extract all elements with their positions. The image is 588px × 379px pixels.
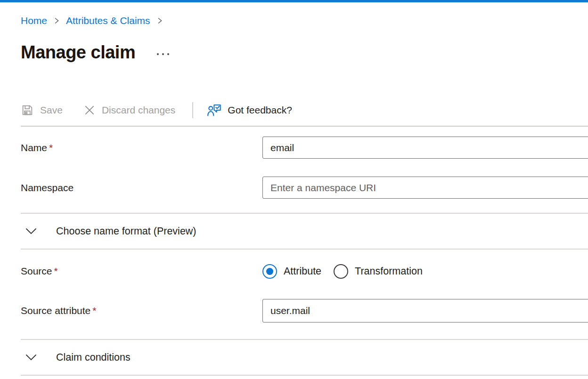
radio-selected-icon xyxy=(262,264,277,279)
got-feedback-label: Got feedback? xyxy=(228,105,292,116)
source-transformation-radio[interactable]: Transformation xyxy=(334,264,423,279)
ellipsis-dot xyxy=(157,53,159,55)
source-label-text: Source xyxy=(21,266,52,276)
section-choose-name-format[interactable]: Choose name format (Preview) xyxy=(21,214,588,249)
source-attribute-radio[interactable]: Attribute xyxy=(262,264,321,279)
name-label: Name* xyxy=(21,142,262,153)
ellipsis-dot xyxy=(167,53,169,55)
source-attribute-label-text: Source attribute xyxy=(21,305,90,316)
breadcrumb: Home Attributes & Claims xyxy=(21,2,588,28)
discard-changes-button[interactable]: Discard changes xyxy=(83,104,175,116)
title-row: Manage claim xyxy=(21,40,588,65)
divider xyxy=(21,375,588,376)
source-attribute-field-row: Source attribute* xyxy=(21,299,588,323)
source-attribute-label: Source attribute* xyxy=(21,305,262,316)
namespace-label: Namespace xyxy=(21,182,262,194)
feedback-icon xyxy=(207,104,221,117)
section-claim-conditions[interactable]: Claim conditions xyxy=(21,340,588,375)
divider xyxy=(21,249,588,250)
source-field-row: Source* Attribute Transformation xyxy=(21,260,588,282)
more-options-icon[interactable] xyxy=(154,51,172,57)
breadcrumb-home-link[interactable]: Home xyxy=(21,14,47,28)
chevron-right-icon xyxy=(54,17,59,24)
source-attribute-radio-label: Attribute xyxy=(284,266,321,277)
chevron-right-icon xyxy=(157,17,163,24)
section-choose-name-format-label: Choose name format (Preview) xyxy=(56,226,196,237)
ellipsis-dot xyxy=(162,53,164,55)
required-asterisk: * xyxy=(92,305,96,316)
required-asterisk: * xyxy=(54,266,58,276)
manage-claim-page: Home Attributes & Claims Manage claim xyxy=(0,0,588,376)
name-label-text: Name xyxy=(21,142,47,153)
x-icon xyxy=(83,104,96,116)
radio-dot xyxy=(266,268,273,275)
name-field-row: Name* xyxy=(21,137,588,159)
namespace-label-text: Namespace xyxy=(21,182,74,193)
save-button[interactable]: Save xyxy=(21,104,63,117)
source-transformation-radio-label: Transformation xyxy=(355,266,423,277)
page-title: Manage claim xyxy=(21,42,135,63)
toolbar-separator xyxy=(192,102,193,118)
source-attribute-input[interactable] xyxy=(262,299,588,323)
discard-changes-label: Discard changes xyxy=(102,105,175,116)
source-label: Source* xyxy=(21,266,262,277)
source-radio-group: Attribute Transformation xyxy=(262,264,423,279)
chevron-down-icon xyxy=(25,228,37,234)
radio-unselected-icon xyxy=(334,264,348,279)
namespace-field-row: Namespace xyxy=(21,177,588,199)
required-asterisk: * xyxy=(49,142,53,153)
chevron-down-icon xyxy=(25,354,37,361)
namespace-input[interactable] xyxy=(262,177,588,199)
divider xyxy=(21,126,588,127)
breadcrumb-attributes-claims-link[interactable]: Attributes & Claims xyxy=(66,14,150,28)
got-feedback-button[interactable]: Got feedback? xyxy=(207,104,292,117)
command-bar: Save Discard changes xyxy=(21,101,588,119)
name-input[interactable] xyxy=(262,137,588,159)
section-claim-conditions-label: Claim conditions xyxy=(56,352,131,363)
save-icon xyxy=(21,104,34,117)
save-button-label: Save xyxy=(40,105,63,116)
